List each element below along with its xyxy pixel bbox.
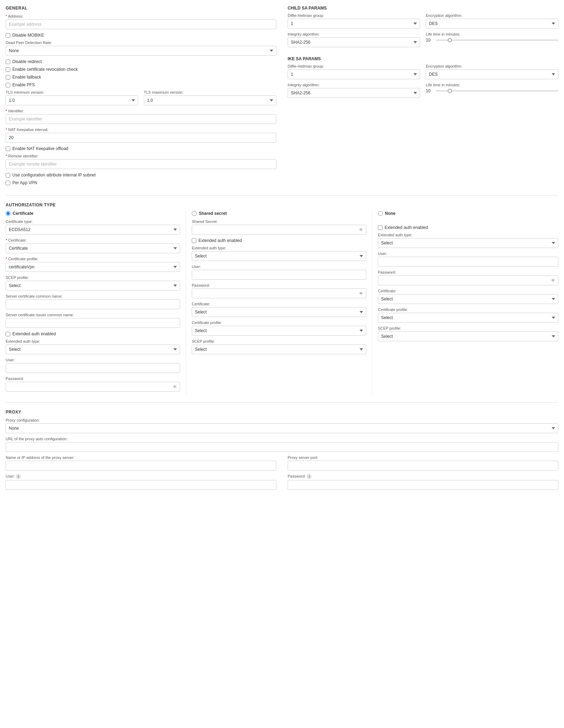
ss-ext-auth-type-select[interactable]: Select: [192, 251, 366, 261]
enable-cert-revocation-checkbox[interactable]: [6, 67, 10, 72]
scep-profile-group: SCEP profile: Select: [6, 275, 180, 291]
ss-password-input[interactable]: [192, 288, 366, 298]
ss-scep-profile-select[interactable]: Select: [192, 344, 366, 354]
cert-password-group: Password: 👁: [6, 377, 180, 392]
shared-secret-radio[interactable]: [192, 211, 197, 216]
server-cert-issuer-input[interactable]: [6, 318, 180, 328]
nat-keepalive-input[interactable]: [6, 133, 276, 143]
none-radio[interactable]: [378, 211, 383, 216]
child-dh-group: Diffie-Hellman group: 125: [288, 13, 420, 29]
use-config-attr-checkbox[interactable]: [6, 173, 10, 178]
cert-password-eye-icon[interactable]: 👁: [173, 384, 177, 390]
ss-cert-label: Certificate:: [192, 302, 366, 306]
cert-ext-auth-type-group: Extended auth type: Select: [6, 339, 180, 354]
cert-extended-auth-enabled-row: Extended auth enabled: [6, 331, 180, 336]
ss-extended-auth-enabled-row: Extended auth enabled: [192, 238, 366, 243]
none-user-input[interactable]: [378, 257, 558, 267]
tls-min-select[interactable]: 1.01.11.21.3: [6, 95, 138, 105]
child-dh-select[interactable]: 125: [288, 19, 420, 29]
dpd-rate-field-group: Dead Peer Detection Rate: None Low Mediu…: [6, 41, 276, 56]
proxy-password-input[interactable]: [288, 480, 558, 490]
ike-lifetime-slider[interactable]: [436, 90, 558, 92]
remote-identifier-label: Remote identifier:: [6, 154, 276, 158]
cert-profile-select[interactable]: certificateVpn: [6, 262, 180, 272]
none-cert-profile-select[interactable]: Select: [378, 313, 558, 323]
none-scep-profile-select[interactable]: Select: [378, 331, 558, 341]
shared-secret-eye-icon[interactable]: 👁: [359, 227, 363, 232]
proxy-server-name-input[interactable]: [6, 461, 276, 471]
certificate-radio[interactable]: [6, 211, 11, 216]
none-extended-auth-checkbox[interactable]: [378, 225, 382, 230]
proxy-server-row: Name or IP address of the proxy server: …: [6, 455, 558, 474]
none-password-input[interactable]: [378, 275, 558, 285]
dpd-rate-select[interactable]: None Low Medium High: [6, 46, 276, 56]
cert-extended-auth-checkbox[interactable]: [6, 332, 10, 336]
child-integrity-select[interactable]: SHA2-256SHA1MD5: [288, 37, 420, 47]
shared-secret-label-field: Shared Secret:: [192, 219, 366, 224]
none-cert-select[interactable]: Select: [378, 294, 558, 304]
ss-password-eye-icon[interactable]: 👁: [359, 291, 363, 296]
none-ext-auth-type-group: Extended auth type: Select: [378, 233, 558, 248]
enable-pfs-checkbox[interactable]: [6, 83, 10, 87]
remote-identifier-input[interactable]: [6, 159, 276, 169]
cert-user-input[interactable]: [6, 363, 180, 373]
identifier-input[interactable]: [6, 114, 276, 124]
disable-redirect-row: Disable redirect: [6, 59, 276, 64]
proxy-auto-url-group: URL of the proxy auto configuration:: [6, 437, 558, 452]
cert-password-input[interactable]: [6, 382, 180, 392]
none-scep-profile-label: SCEP profile:: [378, 326, 558, 330]
disable-redirect-checkbox[interactable]: [6, 60, 10, 64]
ss-cert-select[interactable]: Select: [192, 307, 366, 317]
server-cert-issuer-label: Server certificate issuer common name:: [6, 313, 180, 317]
ss-user-input[interactable]: [192, 270, 366, 280]
address-input[interactable]: [6, 19, 276, 29]
enable-pfs-label: Enable PFS: [12, 82, 35, 87]
ike-dh-select[interactable]: 125: [288, 69, 420, 79]
scep-profile-select[interactable]: Select: [6, 281, 180, 291]
proxy-config-select[interactable]: NoneManualAutomatic: [6, 423, 558, 433]
cert-ext-auth-type-select[interactable]: Select: [6, 344, 180, 354]
child-enc-select[interactable]: DES3DESAES-128AES-256: [426, 19, 558, 29]
per-app-vpn-checkbox[interactable]: [6, 181, 10, 185]
ss-cert-profile-select[interactable]: Select: [192, 326, 366, 336]
none-password-eye-icon[interactable]: 👁: [551, 278, 556, 283]
per-app-vpn-label: Per App VPN: [12, 180, 37, 185]
address-label: Address:: [6, 14, 276, 18]
child-lifetime-slider[interactable]: [436, 39, 558, 41]
child-dh-label: Diffie-Hellman group:: [288, 13, 420, 18]
proxy-server-port-input[interactable]: [288, 461, 558, 471]
none-extended-auth-enabled-row: Extended auth enabled: [378, 225, 558, 230]
proxy-server-port-label: Proxy server port:: [288, 455, 558, 460]
server-cert-cn-input[interactable]: [6, 299, 180, 309]
enable-fallback-checkbox[interactable]: [6, 75, 10, 80]
ike-integrity-select[interactable]: SHA2-256SHA1MD5: [288, 88, 420, 98]
proxy-password-label: Password: i: [288, 474, 558, 479]
proxy-user-input[interactable]: [6, 480, 276, 490]
enable-fallback-label: Enable fallback: [12, 75, 41, 80]
proxy-password-info-icon[interactable]: i: [307, 474, 312, 479]
none-auth-label: None: [385, 211, 396, 216]
enable-cert-revocation-row: Enable certificate revocation check: [6, 67, 276, 72]
disable-mobike-checkbox[interactable]: [6, 33, 10, 38]
child-integrity-group: Integrity algorithm: SHA2-256SHA1MD5: [288, 32, 420, 47]
proxy-auto-url-input[interactable]: [6, 442, 558, 452]
child-sa-params: Diffie-Hellman group: 125 Encryption alg…: [288, 13, 558, 51]
ss-ext-auth-type-group: Extended auth type: Select: [192, 246, 366, 261]
ike-enc-select[interactable]: DES3DESAES-128AES-256: [426, 69, 558, 79]
ike-integrity-group: Integrity algorithm: SHA2-256SHA1MD5: [288, 83, 420, 98]
enable-pfs-row: Enable PFS: [6, 82, 276, 87]
none-cert-label: Certificate:: [378, 289, 558, 293]
cert-label: Certificate:: [6, 238, 180, 242]
tls-max-select[interactable]: 1.01.11.21.3: [144, 95, 276, 105]
cert-type-select[interactable]: ECDSA512RSAECDSA256: [6, 225, 180, 235]
cert-select[interactable]: Certificate: [6, 243, 180, 253]
none-ext-auth-type-select[interactable]: Select: [378, 238, 558, 248]
ss-extended-auth-checkbox[interactable]: [192, 238, 196, 243]
proxy-user-info-icon[interactable]: i: [16, 474, 21, 479]
shared-secret-input[interactable]: [192, 225, 366, 235]
certificate-radio-row: Certificate: [6, 211, 180, 216]
enable-fallback-row: Enable fallback: [6, 75, 276, 80]
enable-nat-offload-checkbox[interactable]: [6, 147, 10, 151]
proxy-config-label: Proxy configuration:: [6, 418, 558, 422]
disable-redirect-label: Disable redirect: [12, 59, 42, 64]
